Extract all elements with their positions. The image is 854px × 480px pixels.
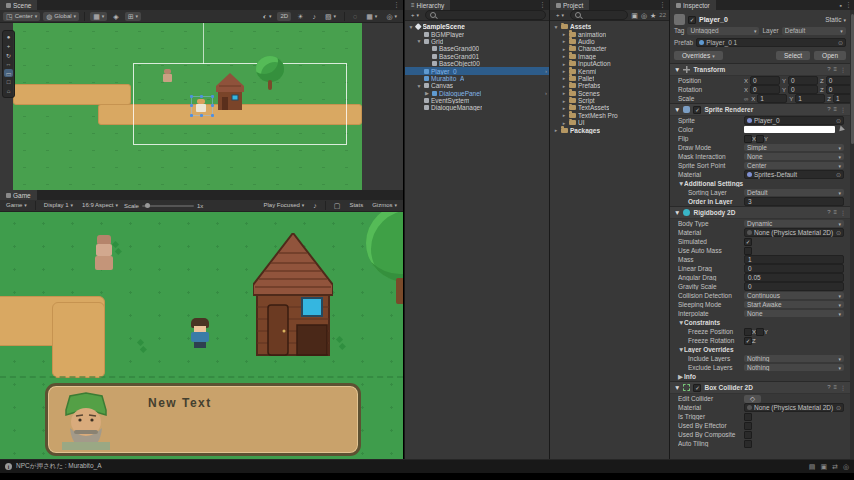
villager-sprite-scene[interactable] bbox=[163, 69, 172, 83]
tab-game[interactable]: Game bbox=[0, 190, 37, 200]
tree-caret-icon[interactable]: ▸ bbox=[553, 127, 559, 133]
snap-settings-icon[interactable]: ⊞▾ bbox=[125, 12, 141, 21]
project-folder-prefabs[interactable]: ▸Prefabs bbox=[550, 82, 669, 89]
tree-caret-icon[interactable]: ▸ bbox=[561, 68, 567, 74]
presets-icon[interactable]: ≡ bbox=[833, 66, 837, 73]
hierarchy-item-player_0[interactable]: Player_0› bbox=[405, 67, 549, 74]
scene-dirt-path[interactable] bbox=[13, 84, 131, 105]
view-tool[interactable]: ● bbox=[4, 33, 13, 41]
object-picker-icon[interactable]: ⊙ bbox=[836, 229, 841, 236]
scene-menu-icon[interactable]: ⋮ bbox=[393, 1, 400, 9]
more-icon[interactable]: ⋮ bbox=[840, 66, 846, 73]
dropdown[interactable]: Simple▾ bbox=[744, 144, 844, 152]
value-exclude-layers[interactable]: Nothing▾ bbox=[744, 364, 844, 372]
tool-handle-pivot-dropdown[interactable]: ◳Center▾ bbox=[3, 12, 40, 21]
axis-field[interactable]: 0 bbox=[826, 76, 850, 85]
scene-viewport[interactable]: ● + ↻ ↔ ▭ □ ⌂ bbox=[0, 23, 403, 190]
dropdown[interactable]: Center▾ bbox=[744, 162, 844, 170]
scale-slider[interactable] bbox=[142, 205, 194, 207]
tree-caret-icon[interactable]: ▸ bbox=[561, 98, 567, 104]
tree-caret-icon[interactable]: ▸ bbox=[561, 38, 567, 44]
project-search-input[interactable] bbox=[570, 10, 628, 20]
object-field[interactable]: Player_0⊙ bbox=[744, 116, 844, 126]
value-gravity-scale[interactable]: 0 bbox=[744, 282, 844, 291]
checkbox[interactable]: ✓ bbox=[744, 238, 752, 246]
prefab-open-arrow-icon[interactable]: › bbox=[545, 68, 547, 74]
project-folder-animation[interactable]: ▸animation bbox=[550, 30, 669, 37]
axis-field[interactable]: 0 bbox=[750, 85, 780, 94]
inspector-lock-icon[interactable]: ▪ bbox=[840, 2, 842, 9]
dropdown[interactable]: Default▾ bbox=[744, 189, 844, 197]
dropdown[interactable]: Continuous▾ bbox=[744, 292, 844, 300]
project-folder-textmesh-pro[interactable]: ▸TextMesh Pro bbox=[550, 112, 669, 119]
hierarchy-item-dialoguemanager[interactable]: DialogueManager bbox=[405, 104, 549, 111]
mute-audio-icon[interactable]: ♪ bbox=[310, 201, 320, 210]
object-picker-icon[interactable]: ⊙ bbox=[836, 171, 841, 178]
eyedropper-icon[interactable] bbox=[837, 126, 845, 134]
value-material[interactable]: None (Physics Material 2D)⊙ bbox=[744, 403, 844, 413]
project-folder-script[interactable]: ▸Script bbox=[550, 97, 669, 104]
hierarchy-item-samplescene[interactable]: ▼SampleScene bbox=[405, 23, 549, 30]
prefab-open-button[interactable]: Open bbox=[814, 51, 846, 60]
value-auto-tiling[interactable] bbox=[744, 440, 844, 448]
value-material[interactable]: Sprites-Default⊙ bbox=[744, 170, 844, 180]
axis-field[interactable]: 0 bbox=[788, 85, 818, 94]
tab-hierarchy[interactable]: ≡Hierarchy bbox=[405, 0, 450, 10]
tree-caret-icon[interactable]: ▸ bbox=[561, 120, 567, 126]
game-view-dropdown[interactable]: Game▾ bbox=[3, 201, 30, 210]
tree-caret-icon[interactable]: ▶ bbox=[424, 90, 430, 96]
hierarchy-menu-icon[interactable]: ⋮ bbox=[539, 1, 546, 9]
tool-handle-orientation-dropdown[interactable]: ◍Global▾ bbox=[43, 12, 79, 21]
more-icon[interactable]: ⋮ bbox=[840, 209, 846, 216]
project-folder-assets[interactable]: ▼Assets bbox=[550, 23, 669, 30]
value-mask-interaction[interactable]: None▾ bbox=[744, 153, 844, 161]
component-foldout-icon[interactable]: ▼ bbox=[674, 66, 680, 73]
project-folder-textassets[interactable]: ▸TextAssets bbox=[550, 104, 669, 111]
stats-button[interactable]: Stats bbox=[346, 201, 366, 210]
value-linear-drag[interactable]: 0 bbox=[744, 264, 844, 273]
tree-caret-icon[interactable]: ▼ bbox=[416, 38, 422, 44]
value-sprite-sort-point[interactable]: Center▾ bbox=[744, 162, 844, 170]
selection-handles[interactable] bbox=[191, 96, 213, 116]
game-gizmos-dropdown[interactable]: Gizmos▾ bbox=[369, 201, 400, 210]
axis-field[interactable]: 1 bbox=[833, 94, 850, 103]
checkbox[interactable] bbox=[744, 247, 752, 255]
inspector-scrollbar[interactable] bbox=[850, 10, 854, 459]
component-header-transform[interactable]: ▼Transform?≡⋮ bbox=[670, 63, 850, 76]
tree-caret-icon[interactable]: ▸ bbox=[561, 31, 567, 37]
checkbox-x[interactable]: ✓ bbox=[744, 337, 752, 345]
axis-field[interactable]: 0 bbox=[826, 85, 850, 94]
value-used-by-effector[interactable] bbox=[744, 422, 844, 430]
value-flip[interactable]: X Y bbox=[744, 135, 844, 143]
object-field[interactable]: None (Physics Material 2D)⊙ bbox=[744, 228, 844, 238]
effects-icon[interactable]: ▧▾ bbox=[322, 12, 339, 21]
tree-caret-icon[interactable]: ▼ bbox=[553, 24, 559, 30]
component-foldout-icon[interactable]: ▼ bbox=[674, 384, 680, 391]
grid-visibility-icon[interactable]: ▦▾ bbox=[363, 12, 380, 21]
scale-link-icon[interactable]: ∞ bbox=[744, 96, 748, 102]
console-icon[interactable]: ▤ bbox=[809, 463, 816, 471]
number-field[interactable]: 0.05 bbox=[744, 273, 844, 282]
render-mode-icon[interactable]: ◐▾ bbox=[260, 12, 275, 21]
hierarchy-item-canvas[interactable]: ▼Canvas bbox=[405, 82, 549, 89]
value-interpolate[interactable]: None▾ bbox=[744, 310, 844, 318]
layer-dropdown[interactable]: Default▾ bbox=[782, 27, 846, 35]
value-freeze-position[interactable]: X Y bbox=[744, 328, 844, 336]
dropdown[interactable]: None▾ bbox=[744, 310, 844, 318]
display-dropdown[interactable]: Display 1▾ bbox=[41, 201, 76, 210]
help-icon[interactable]: ? bbox=[827, 209, 830, 216]
value-simulated[interactable]: ✓ bbox=[744, 238, 844, 246]
value-edit-collider[interactable]: ◇ bbox=[744, 395, 844, 403]
checkbox[interactable] bbox=[744, 422, 752, 430]
rect-tool[interactable]: ▭ bbox=[4, 69, 13, 77]
package-icon[interactable]: ▣ bbox=[820, 463, 827, 471]
help-icon[interactable]: ? bbox=[827, 106, 830, 113]
value-collision-detection[interactable]: Continuous▾ bbox=[744, 292, 844, 300]
move-tool[interactable]: + bbox=[4, 42, 13, 50]
hierarchy-item-bgmplayer[interactable]: BGMPlayer bbox=[405, 30, 549, 37]
tree-sprite-scene[interactable] bbox=[256, 56, 284, 82]
house-sprite-scene[interactable] bbox=[216, 73, 244, 111]
hierarchy-item-basegrand01[interactable]: BaseGrand01 bbox=[405, 53, 549, 60]
axis-field[interactable]: 0 bbox=[750, 76, 780, 85]
custom-tool[interactable]: ⌂ bbox=[4, 87, 13, 95]
